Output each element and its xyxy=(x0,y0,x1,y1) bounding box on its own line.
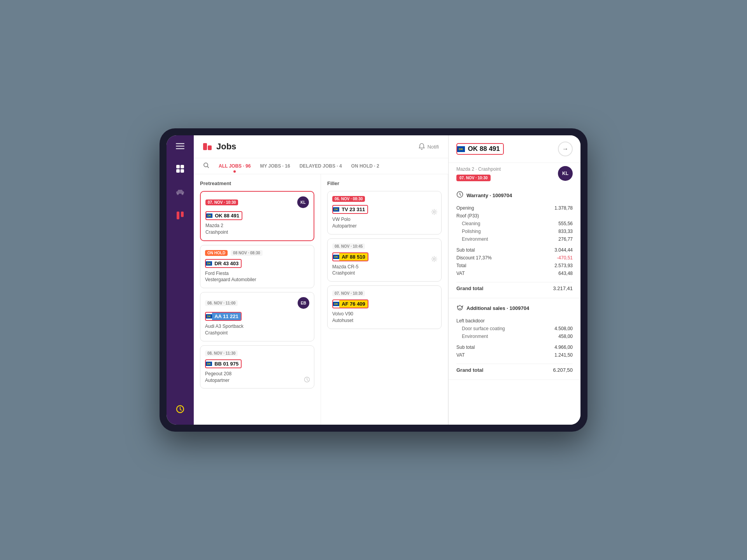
menu-icon[interactable] xyxy=(176,143,184,151)
pretreatment-column: Pretreatment 07. NOV · 10:30 KL DK OK 88… xyxy=(194,174,321,425)
svg-rect-2 xyxy=(176,148,184,149)
job-card-dr43403[interactable]: ON HOLD 08 NOV · 08:30 DK DR 43 403 Ford… xyxy=(200,245,314,289)
settings-icon[interactable] xyxy=(431,209,437,217)
warranty-subtotal: Sub total 3.044,44 xyxy=(456,246,573,254)
page-title: Jobs xyxy=(216,142,414,152)
tab-delayed-jobs[interactable]: DELAYED JOBS · 4 xyxy=(300,163,342,173)
svg-rect-3 xyxy=(176,165,180,168)
job-card-bb01975[interactable]: 08. NOV · 11:30 DK BB 01 975 xyxy=(200,345,314,389)
sidebar xyxy=(167,135,194,425)
sidebar-icon-car[interactable] xyxy=(172,184,188,200)
notification-label: Notifi xyxy=(427,144,439,150)
detail-subheader: Mazda 2 · Crashpoint 07. NOV · 10:30 KL xyxy=(449,163,580,186)
svg-point-16 xyxy=(433,258,435,260)
svg-rect-0 xyxy=(176,143,184,144)
svg-point-9 xyxy=(182,193,184,195)
license-plate-tv23311: DK TV 23 311 xyxy=(332,205,368,214)
tab-on-hold[interactable]: ON HOLD · 2 xyxy=(351,163,379,173)
warranty-discount: Discount 17,37% -470,51 xyxy=(456,254,573,262)
additional-environment: Environment 458,00 xyxy=(456,332,573,340)
on-hold-badge: ON HOLD xyxy=(205,250,228,256)
logo-icon xyxy=(203,143,212,150)
card-date-badge-4: 08. NOV · 11:30 xyxy=(205,350,238,356)
sidebar-icon-grid[interactable] xyxy=(172,161,188,177)
svg-rect-5 xyxy=(176,169,180,173)
car-name-4: Pegeout 208Autopartner xyxy=(205,371,309,384)
jobs-area: Pretreatment 07. NOV · 10:30 KL DK OK 88… xyxy=(194,174,448,425)
job-card-af76409[interactable]: 07. NOV · 10:30 DK AF 76 409 Volvo V90Au… xyxy=(327,285,442,329)
job-card-tv23311[interactable]: 06. NOV · 08:30 DK TV 23 311 xyxy=(327,191,442,234)
detail-avatar: KL xyxy=(558,166,573,181)
tab-my-jobs[interactable]: MY JOBS · 16 xyxy=(260,163,290,173)
card-date-badge: 07. NOV · 10:30 xyxy=(205,200,238,205)
settings-icon-6[interactable] xyxy=(431,256,437,264)
detail-plate-text: OK 88 491 xyxy=(465,144,503,154)
license-plate-dr43403: DK DR 43 403 xyxy=(205,259,242,268)
pretreatment-header: Pretreatment xyxy=(200,180,314,186)
detail-date-badge: 07. NOV · 10:30 xyxy=(456,175,491,181)
svg-point-20 xyxy=(460,308,461,309)
card-date-badge-3: 08. NOV · 11:00 xyxy=(205,300,238,306)
clock-icon xyxy=(304,376,310,384)
tab-all-jobs[interactable]: ALL JOBS · 96 xyxy=(219,163,251,173)
svg-rect-11 xyxy=(181,212,184,217)
job-card-ok88491[interactable]: 07. NOV · 10:30 KL DK OK 88 491 Mazda 2C… xyxy=(200,191,314,241)
sidebar-icon-columns[interactable] xyxy=(172,208,188,223)
warranty-polishing: Polishing 833,33 xyxy=(456,228,573,235)
svg-point-8 xyxy=(177,193,179,195)
header: Jobs Notifi xyxy=(194,135,448,158)
additional-backdoor: Left backdoor xyxy=(456,317,573,325)
detail-header: DK OK 88 491 → xyxy=(449,135,580,163)
car-name-2: Ford FiestaVestergaard Automobiler xyxy=(205,270,309,284)
car-name-5: VW PoloAutopartner xyxy=(332,216,437,229)
svg-rect-4 xyxy=(181,165,184,168)
svg-rect-10 xyxy=(177,212,179,219)
card-date-badge-7: 07. NOV · 10:30 xyxy=(332,290,365,296)
additional-section: Additional sales · 1009704 Left backdoor… xyxy=(449,298,580,380)
job-card-aa11221[interactable]: 08. NOV · 11:00 EB DK AA 11 221 Audi A3 … xyxy=(200,292,314,341)
additional-door-surface: Door surface coating 4.508,00 xyxy=(456,325,573,332)
filler-header: Filler xyxy=(327,180,442,186)
filler-column: Filler 06. NOV · 08:30 xyxy=(321,174,448,425)
notification-button[interactable]: Notifi xyxy=(419,143,439,150)
job-card-af88510[interactable]: 08. NOV · 10:45 DK AF 88 510 xyxy=(327,238,442,282)
license-plate-bb01975: DK BB 01 975 xyxy=(205,359,242,368)
warranty-title: Warranty · 1009704 xyxy=(456,191,573,200)
additional-subtotal: Sub total 4.966,00 xyxy=(456,343,573,351)
warranty-grand-total: Grand total 3.217,41 xyxy=(456,282,573,292)
license-plate-ok88491: DK OK 88 491 xyxy=(205,211,242,220)
svg-point-15 xyxy=(433,211,435,213)
sidebar-bottom xyxy=(172,401,188,417)
svg-point-19 xyxy=(459,308,460,309)
card-date-badge-2: 08 NOV · 08:30 xyxy=(231,250,262,256)
detail-panel: DK OK 88 491 → Mazda 2 · Crashpoint 07. … xyxy=(448,135,580,425)
svg-rect-1 xyxy=(176,146,184,147)
detail-car-info: Mazda 2 · Crashpoint xyxy=(456,166,501,172)
warranty-roof: Roof (P33) xyxy=(456,212,573,220)
sidebar-icon-circle[interactable] xyxy=(172,401,188,417)
warranty-section: Warranty · 1009704 Opening 1.378,78 Roof… xyxy=(449,186,580,298)
car-name-7: Volvo V90Autohuset xyxy=(332,311,437,324)
avatar-kl: KL xyxy=(297,196,309,208)
warranty-vat: VAT 643,48 xyxy=(456,270,573,277)
tabs-bar: ALL JOBS · 96 MY JOBS · 16 DELAYED JOBS … xyxy=(194,158,448,174)
warranty-opening: Opening 1.378,78 xyxy=(456,204,573,212)
detail-plate: DK OK 88 491 xyxy=(456,143,504,155)
pig-icon xyxy=(456,304,463,312)
warranty-total: Total 2.573,93 xyxy=(456,262,573,270)
detail-next-button[interactable]: → xyxy=(558,142,573,156)
warranty-cleaning: Cleaning 555,56 xyxy=(456,220,573,228)
additional-vat: VAT 1.241,50 xyxy=(456,351,573,359)
warranty-icon xyxy=(456,191,463,200)
tablet-screen: Jobs Notifi ALL JOBS · 96 xyxy=(167,135,580,425)
avatar-eb: EB xyxy=(298,297,309,309)
additional-grand-total: Grand total 6.207,50 xyxy=(456,364,573,374)
main-content: Jobs Notifi ALL JOBS · 96 xyxy=(194,135,448,425)
car-name-3: Audi A3 SportbackCrashpoint xyxy=(205,323,309,336)
car-name-1: Mazda 2Crashpoint xyxy=(205,222,309,236)
license-plate-af76409: DK AF 76 409 xyxy=(332,299,368,308)
license-plate-aa11221: DK AA 11 221 xyxy=(205,312,242,321)
warranty-environment: Environment 276,77 xyxy=(456,235,573,243)
license-plate-af88510: DK AF 88 510 xyxy=(332,252,368,261)
search-icon[interactable] xyxy=(203,162,209,174)
